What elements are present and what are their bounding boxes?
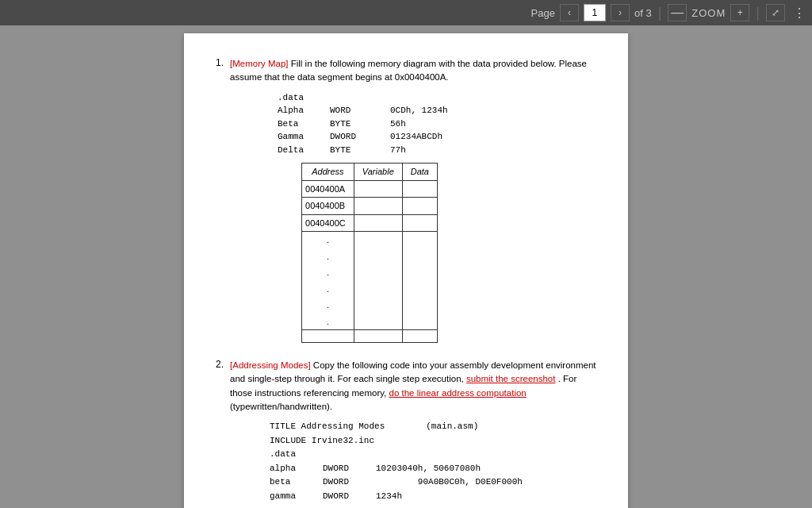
q1-tag: [Memory Map] [230,59,289,68]
code-var-gamma: gamma DWORD 1234h [270,490,596,504]
var-name-delta: Delta [278,144,317,157]
dot-row: . [302,297,438,314]
dot-cell [402,297,437,314]
expand-button[interactable]: ⤢ [766,4,785,21]
data-keyword: .data [270,448,296,462]
q1-number: 1. [216,57,224,349]
title-filename: (main.asm) [426,420,478,434]
q2-tag: [Addressing Modes] [230,360,311,370]
gamma-type: DWORD [323,490,366,504]
q2-text3: (typewritten/handwritten). [230,402,332,411]
addr-cell: 0040400C [302,214,354,232]
var-type-gamma: DWORD [330,130,377,144]
addr-cell: 0040400B [302,198,354,215]
zoom-out-button[interactable]: — [668,4,687,21]
q1-data-segment: .data Alpha WORD 0CDh, 1234h Beta BYTE 5… [278,91,596,157]
dot-row: . [302,232,438,248]
var-cell [354,214,402,232]
document-viewer: 1. [Memory Map] Fill in the following me… [0,25,812,508]
var-value-beta: 56h [390,117,406,131]
include-keyword: INCLUDE Irvine32.inc [270,434,374,448]
col-header-data: Data [402,164,437,181]
data-cell [402,180,437,198]
var-name-alpha: Alpha [278,104,317,117]
dot-cell [402,281,437,298]
dot-cell [354,248,402,265]
table-row: 0040400B [302,198,438,215]
beta-type: DWORD [323,475,366,490]
dot-row: . [302,264,438,281]
code-include-line: INCLUDE Irvine32.inc [270,434,596,448]
q2-link1: submit the screenshot [466,374,556,383]
var-value-alpha: 0CDh, 1234h [390,104,448,117]
next-page-button[interactable]: › [611,4,630,21]
alpha-type: DWORD [323,462,366,476]
q2-content: [Addressing Modes] Copy the following co… [230,359,596,508]
var-type-beta: BYTE [330,117,377,131]
toolbar: Page ‹ › of 3 | — ZOOM + | ⤢ ⋮ [0,0,812,25]
var-name-beta: Beta [278,117,317,131]
dot-cell: . [302,314,354,330]
q2-number: 2. [216,359,224,508]
addr-cell-empty [302,330,354,343]
data-cell-empty [402,330,437,343]
col-header-variable: Variable [354,164,402,181]
zoom-in-button[interactable]: + [730,4,749,21]
dot-cell [354,297,402,314]
q2-link2: do the linear address computation [389,388,527,398]
memory-table-wrapper: Address Variable Data 0040400A [301,163,596,343]
dot-cell: . [302,232,354,248]
beta-value: 90A0B0C0h, D0E0F000h [376,475,523,490]
dot-cell [402,314,437,330]
dot-cell [402,264,437,281]
dot-cell [354,232,402,248]
dot-cell: . [302,248,354,265]
more-options-button[interactable]: ⋮ [793,6,806,21]
gamma-name: gamma [270,490,313,504]
page-number-input[interactable] [584,4,606,21]
var-name-gamma: Gamma [278,130,317,144]
prev-page-button[interactable]: ‹ [560,4,579,21]
dot-row: . [302,248,438,265]
gamma-value: 1234h [376,490,402,504]
var-type-delta: BYTE [330,144,377,157]
var-value-gamma: 01234ABCDh [390,130,442,144]
question-2: 2. [Addressing Modes] Copy the following… [216,359,596,508]
dot-row: . [302,281,438,298]
table-row: 0040400C [302,214,438,232]
separator-1: | [658,5,662,21]
dot-cell [354,281,402,298]
data-label: .data [278,91,596,105]
document-page-1: 1. [Memory Map] Fill in the following me… [184,33,628,508]
code-data-label: .data [270,448,596,462]
table-row-empty [302,330,438,343]
dot-cell [402,232,437,248]
data-row-alpha: Alpha WORD 0CDh, 1234h [278,104,596,117]
alpha-value: 10203040h, 50607080h [376,462,481,476]
col-header-address: Address [302,164,354,181]
title-keyword: TITLE Addressing Modes [270,420,385,434]
dot-cell: . [302,297,354,314]
table-row: 0040400A [302,180,438,198]
var-cell [354,198,402,215]
data-row-beta: Beta BYTE 56h [278,117,596,131]
dot-cell [402,248,437,265]
var-type-alpha: WORD [330,104,377,117]
var-cell [354,180,402,198]
separator-2: | [756,5,760,21]
data-row-gamma: Gamma DWORD 01234ABCDh [278,130,596,144]
code-var-alpha: alpha DWORD 10203040h, 50607080h [270,462,596,476]
memory-table: Address Variable Data 0040400A [301,163,438,343]
page-label: Page [531,7,555,19]
var-value-delta: 77h [390,144,406,157]
zoom-label: ZOOM [691,7,726,19]
code-var-beta: beta DWORD 90A0B0C0h, D0E0F000h [270,475,596,490]
data-row-delta: Delta BYTE 77h [278,144,596,157]
data-cell [402,198,437,215]
beta-name: beta [270,475,313,490]
code-block: TITLE Addressing Modes (main.asm) INCLUD… [270,420,596,508]
dot-cell [354,264,402,281]
total-pages: of 3 [634,7,652,19]
code-title-line: TITLE Addressing Modes (main.asm) [270,420,596,434]
addr-cell: 0040400A [302,180,354,198]
